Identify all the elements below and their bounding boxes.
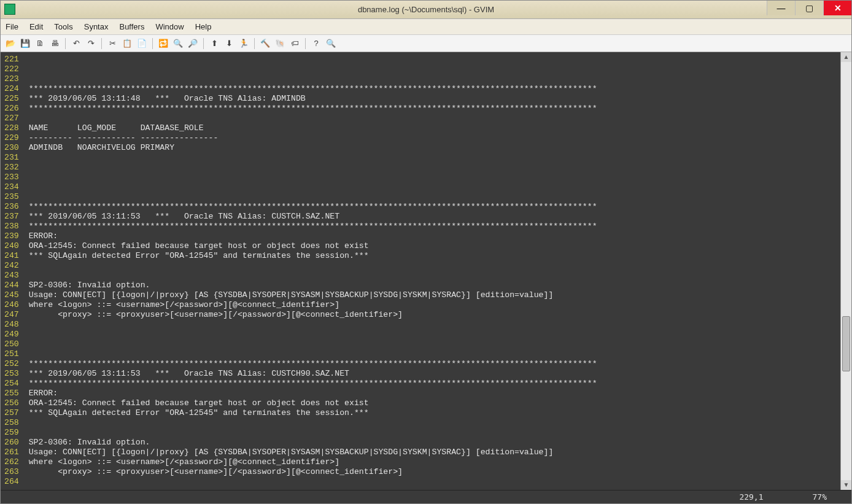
menu-edit[interactable]: Edit	[29, 22, 43, 31]
line-number: 241	[4, 251, 19, 261]
replace-icon[interactable]: 🔁	[157, 37, 169, 50]
code-line[interactable]: ORA-12545: Connect failed because target…	[24, 398, 840, 408]
line-number: 237	[4, 212, 19, 222]
code-line[interactable]: ****************************************…	[24, 359, 840, 369]
minimize-button[interactable]: —	[767, 1, 795, 15]
scroll-up-arrow-icon[interactable]: ▲	[841, 52, 851, 62]
code-line[interactable]	[24, 271, 840, 281]
code-line[interactable]: ORA-12545: Connect failed because target…	[24, 241, 840, 251]
code-line[interactable]: *** 2019/06/05 13:11:53 *** Oracle TNS A…	[24, 369, 840, 379]
menu-help[interactable]: Help	[195, 22, 212, 31]
code-line[interactable]: ADMINDB NOARCHIVELOG PRIMARY	[24, 143, 840, 153]
code-line[interactable]	[24, 182, 840, 192]
code-line[interactable]: SP2-0306: Invalid option.	[24, 281, 840, 290]
find-next-icon[interactable]: 🔍	[172, 37, 184, 50]
make-icon[interactable]: 🔨	[259, 37, 271, 50]
menu-buffers[interactable]: Buffers	[119, 22, 144, 31]
titlebar[interactable]: dbname.log (~\Documents\sql) - GVIM — ▢ …	[1, 1, 851, 19]
scroll-thumb[interactable]	[842, 316, 850, 371]
save-session-icon[interactable]: ⬇	[223, 37, 235, 50]
menubar: FileEditToolsSyntaxBuffersWindowHelp	[1, 19, 851, 35]
code-line[interactable]: <proxy> ::= <proxyuser>[<username>][/<pa…	[24, 467, 840, 477]
shell-icon[interactable]: 🐚	[274, 37, 286, 50]
menu-window[interactable]: Window	[155, 22, 184, 31]
line-number: 250	[4, 339, 19, 349]
find-help-icon[interactable]: 🔍	[325, 37, 337, 50]
scroll-percent: 77%	[813, 492, 827, 502]
line-number: 226	[4, 104, 19, 114]
code-line[interactable]: ERROR:	[24, 389, 840, 398]
editor[interactable]: 2212222232242252262272282292302312322332…	[1, 52, 840, 490]
line-number: 222	[4, 64, 19, 74]
redo-icon[interactable]: ↷	[85, 37, 97, 50]
line-number: 243	[4, 271, 19, 281]
menu-tools[interactable]: Tools	[54, 22, 72, 31]
code-line[interactable]	[24, 153, 840, 163]
vertical-scrollbar[interactable]: ▲ ▼	[840, 52, 851, 490]
code-line[interactable]	[24, 64, 840, 74]
code-line[interactable]	[24, 173, 840, 182]
code-line[interactable]: ****************************************…	[24, 379, 840, 389]
find-prev-icon[interactable]: 🔎	[187, 37, 199, 50]
line-number-gutter: 2212222232242252262272282292302312322332…	[1, 52, 20, 490]
code-line[interactable]	[24, 55, 840, 64]
code-line[interactable]: Usage: CONN[ECT] [{logon|/|proxy} [AS {S…	[24, 290, 840, 300]
code-line[interactable]: ERROR:	[24, 231, 840, 241]
code-line[interactable]: *** 2019/06/05 13:11:53 *** Oracle TNS A…	[24, 212, 840, 222]
help-icon[interactable]: ?	[310, 37, 322, 50]
code-line[interactable]	[24, 74, 840, 84]
text-content[interactable]: ****************************************…	[20, 52, 840, 490]
line-number: 261	[4, 448, 19, 457]
line-number: 227	[4, 114, 19, 123]
code-line[interactable]: ****************************************…	[24, 222, 840, 231]
copy-icon[interactable]: 📋	[121, 37, 133, 50]
code-line[interactable]: ****************************************…	[24, 202, 840, 212]
code-line[interactable]	[24, 330, 840, 339]
code-line[interactable]	[24, 261, 840, 271]
menu-syntax[interactable]: Syntax	[84, 22, 109, 31]
save-icon[interactable]: 💾	[19, 37, 31, 50]
code-line[interactable]	[24, 349, 840, 359]
tags-icon[interactable]: 🏷	[289, 37, 301, 50]
code-line[interactable]	[24, 477, 840, 487]
toolbar-separator	[203, 38, 204, 49]
menu-file[interactable]: File	[6, 22, 18, 31]
code-line[interactable]: --------- ------------ ----------------	[24, 133, 840, 143]
scroll-down-arrow-icon[interactable]: ▼	[841, 480, 851, 490]
undo-icon[interactable]: ↶	[70, 37, 82, 50]
code-line[interactable]: Usage: CONN[ECT] [{logon|/|proxy} [AS {S…	[24, 448, 840, 457]
code-line[interactable]: where <logon> ::= <username>[/<password>…	[24, 300, 840, 310]
code-line[interactable]	[24, 114, 840, 123]
code-line[interactable]	[24, 428, 840, 438]
code-line[interactable]: where <logon> ::= <username>[/<password>…	[24, 457, 840, 467]
code-line[interactable]: NAME LOG_MODE DATABASE_ROLE	[24, 123, 840, 133]
open-icon[interactable]: 📂	[4, 37, 17, 50]
save-all-icon[interactable]: 🗎	[34, 37, 46, 50]
code-line[interactable]	[24, 339, 840, 349]
code-line[interactable]: *** SQLAgain detected Error "ORA-12545" …	[24, 251, 840, 261]
code-line[interactable]: SP2-0306: Invalid option.	[24, 438, 840, 448]
cut-icon[interactable]: ✂	[106, 37, 118, 50]
toolbar: 📂💾🗎🖶↶↷✂📋📄🔁🔍🔎⬆⬇🏃🔨🐚🏷?🔍	[1, 35, 851, 52]
code-line[interactable]	[24, 192, 840, 202]
paste-icon[interactable]: 📄	[136, 37, 148, 50]
line-number: 221	[4, 55, 19, 64]
maximize-button[interactable]: ▢	[795, 1, 823, 15]
line-number: 247	[4, 310, 19, 320]
code-line[interactable]	[24, 418, 840, 428]
toolbar-separator	[101, 38, 102, 49]
code-line[interactable]: ****************************************…	[24, 104, 840, 114]
code-line[interactable]	[24, 163, 840, 173]
code-line[interactable]	[24, 320, 840, 330]
print-icon[interactable]: 🖶	[48, 37, 61, 50]
run-script-icon[interactable]: 🏃	[238, 37, 250, 50]
load-session-icon[interactable]: ⬆	[208, 37, 220, 50]
status-bar: 229,1 77%	[1, 490, 851, 503]
code-line[interactable]: ****************************************…	[24, 84, 840, 94]
close-button[interactable]: ✕	[823, 1, 851, 15]
code-line[interactable]: *** SQLAgain detected Error "ORA-12545" …	[24, 408, 840, 418]
line-number: 230	[4, 143, 19, 153]
code-line[interactable]: <proxy> ::= <proxyuser>[<username>][/<pa…	[24, 310, 840, 320]
code-line[interactable]: *** 2019/06/05 13:11:48 *** Oracle TNS A…	[24, 94, 840, 104]
line-number: 240	[4, 241, 19, 251]
